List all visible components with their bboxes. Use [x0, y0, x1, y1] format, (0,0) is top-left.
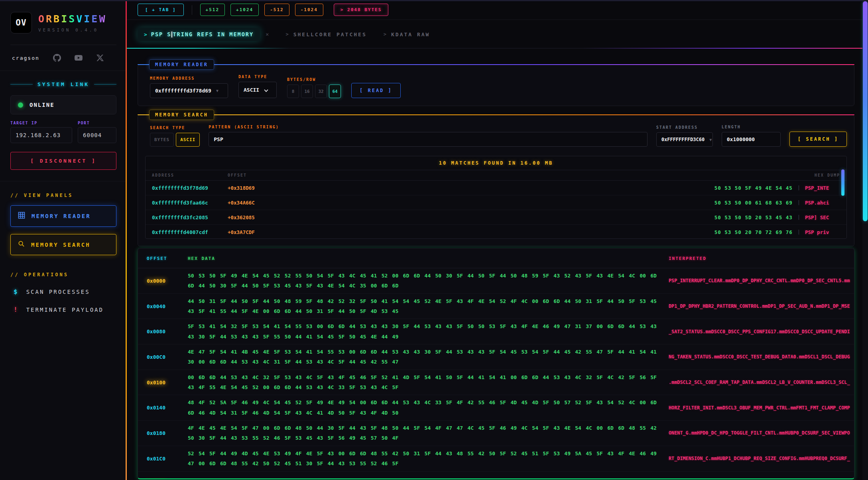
tab-label: SHELLCORE PATCHES: [293, 31, 367, 37]
operation-label: TERMINATE PAYLOAD: [26, 307, 104, 313]
tab-kdata-raw[interactable]: > KDATA RAW: [384, 31, 430, 37]
search-accent-line: [138, 114, 854, 115]
result-ascii: PSP.ahci: [805, 200, 840, 206]
sidebar-item-memory-search[interactable]: MEMORY SEARCH: [10, 234, 116, 255]
app-name: ORBISVIEW: [38, 13, 106, 25]
toolbar-divider: [192, 5, 192, 15]
hex-row-offset[interactable]: 0x0000: [138, 278, 188, 284]
toolbar: [ + TAB ] +512 +1024 -512 -1024 > 2048 B…: [127, 0, 862, 20]
grid-icon: [18, 212, 25, 220]
hex-row-offset[interactable]: 0x0040: [138, 303, 188, 309]
search-result-row[interactable]: 0xffffffffd3faa66c+0x34A66C50 53 50 00 6…: [146, 195, 846, 210]
memory-address-combo[interactable]: 0xffffffffd3f78d69 ▼: [150, 83, 228, 98]
bytes-per-row-option-32[interactable]: 32: [315, 85, 327, 98]
tab-title[interactable]: PSP STRING REFS IN MEMORY: [151, 31, 254, 38]
close-tab-icon[interactable]: ×: [266, 31, 269, 37]
hex-row-offset[interactable]: 0x0080: [138, 329, 188, 334]
hex-row: 0x00C04E 47 5F 54 41 4B 45 4E 5F 53 54 4…: [138, 344, 854, 370]
search-icon: [18, 240, 25, 249]
result-offset: +0x362085: [228, 214, 276, 220]
tab-prefix: >: [285, 31, 288, 37]
target-ip-field[interactable]: [10, 127, 72, 143]
memory-address-label: MEMORY ADDRESS: [150, 76, 228, 81]
sidebar-item-label: MEMORY SEARCH: [31, 242, 91, 248]
add-tab-button[interactable]: [ + TAB ]: [138, 4, 184, 16]
hex-row-offset[interactable]: 0x0180: [138, 430, 188, 436]
address-column-header: ADDRESS: [152, 173, 228, 177]
bytes-per-row-option-8[interactable]: 8: [287, 85, 299, 98]
hex-row-interpreted: NG_TAKEN_STATUS.mmDSCC0_DSCC_TEST_DEBUG_…: [662, 354, 854, 360]
target-ip-label: TARGET IP: [10, 121, 72, 125]
tab-shellcore-patches[interactable]: > SHELLCORE PATCHES: [285, 31, 366, 37]
bytes-count-badge[interactable]: > 2048 BYTES: [334, 4, 388, 16]
github-icon[interactable]: [53, 54, 61, 62]
search-results-box: 10 MATCHES FOUND IN 16.00 MB ADDRESS OFF…: [145, 156, 847, 239]
page-scrollbar[interactable]: [862, 0, 868, 480]
offset-column-header: OFFSET: [138, 256, 188, 261]
tab-prefix: >: [384, 31, 386, 37]
port-label: PORT: [78, 121, 116, 125]
result-address: 0xffffffffd3f78d69: [152, 185, 228, 191]
bytes-per-row-group: 8163264: [287, 85, 341, 98]
hex-row-offset[interactable]: 0x00C0: [138, 354, 188, 360]
result-hex-bytes: 50 53 50 5D 20 53 45 43: [714, 214, 793, 220]
minus-512-button[interactable]: -512: [264, 4, 289, 16]
app-version: VERSION 0.4.0: [38, 28, 106, 33]
results-summary: 10 MATCHES FOUND IN 16.00 MB: [146, 156, 846, 170]
sidebar-item-memory-reader[interactable]: MEMORY READER: [10, 205, 116, 227]
minus-1024-button[interactable]: -1024: [295, 4, 323, 16]
hex-row-offset[interactable]: 0x01C0: [138, 456, 188, 462]
results-scrollbar-thumb[interactable]: [841, 169, 844, 196]
search-button[interactable]: [ SEARCH ]: [789, 132, 847, 147]
pattern-input[interactable]: [209, 132, 648, 147]
search-type-group: BYTESASCII: [150, 133, 200, 147]
result-hex-bytes: 50 53 50 20 70 72 69 76: [714, 229, 793, 235]
port-field[interactable]: [78, 127, 116, 143]
search-result-row[interactable]: 0xffffffffd3fc2085+0x36208550 53 50 5D 2…: [146, 210, 846, 225]
plus-512-button[interactable]: +512: [200, 4, 225, 16]
start-address-combo[interactable]: 0xFFFFFFFFD3C60 ▼: [656, 132, 713, 147]
scan-processes-button[interactable]: $ SCAN PROCESSES: [14, 288, 116, 295]
sidebar: OV ORBISVIEW VERSION 0.4.0 cragson SYSTE…: [0, 0, 127, 480]
results-list: 0xffffffffd3f78d69+0x318D6950 53 50 5F 4…: [146, 181, 846, 239]
length-input[interactable]: [722, 132, 781, 147]
hex-row-offset[interactable]: 0x0140: [138, 405, 188, 411]
search-type-option-bytes[interactable]: BYTES: [150, 133, 174, 147]
sidebar-accent-edge: [126, 0, 127, 480]
memory-reader-panel: MEMORY READER MEMORY ADDRESS 0xffffffffd…: [138, 65, 854, 106]
search-type-option-ascii[interactable]: ASCII: [176, 133, 200, 147]
x-icon[interactable]: [96, 54, 104, 62]
bytes-per-row-option-64[interactable]: 64: [329, 85, 341, 98]
result-address: 0xffffffffd3fc2085: [152, 214, 228, 220]
bytes-per-row-option-16[interactable]: 16: [301, 85, 313, 98]
result-hex-bytes: 50 53 50 5F 49 4E 54 45: [714, 185, 793, 191]
bytes-per-row-label: BYTES/ROW: [287, 77, 341, 82]
disconnect-button[interactable]: [ DISCONNECT ]: [10, 152, 116, 170]
terminate-payload-button[interactable]: ! TERMINATE PAYLOAD: [14, 306, 116, 313]
youtube-icon[interactable]: [75, 54, 83, 62]
hexdump-column-header: HEX DUMP: [815, 173, 840, 177]
column-divider: |: [797, 229, 800, 235]
search-result-row[interactable]: 0xffffffffd4007cdf+0x3A7CDF50 53 50 20 7…: [146, 225, 846, 239]
hex-rows: 0x000050 53 50 5F 49 4E 54 45 52 52 55 5…: [138, 268, 854, 479]
hex-row: 0x020050 52 49 4D 41 52 59 5F 4D 45 54 4…: [138, 472, 854, 480]
tab-bar: > PSP STRING REFS IN MEMORY × > SHELLCOR…: [127, 20, 862, 49]
plus-1024-button[interactable]: +1024: [230, 4, 259, 16]
result-ascii: PSP priv: [805, 229, 840, 235]
tab-prefix: >: [144, 31, 147, 37]
operations-title: // OPERATIONS: [10, 272, 116, 277]
read-button[interactable]: [ READ ]: [351, 83, 401, 98]
column-divider: |: [797, 214, 800, 220]
hex-row-bytes: 00 6D 6D 44 53 43 4C 32 5F 53 43 4C 5F 4…: [188, 370, 662, 395]
chevron-down-icon: [264, 86, 268, 94]
tab-label: KDATA RAW: [391, 31, 430, 37]
hex-row-offset[interactable]: 0x0100: [138, 380, 188, 386]
data-type-value: ASCII: [244, 87, 259, 93]
data-type-select[interactable]: ASCII: [238, 82, 277, 98]
page-scrollbar-thumb[interactable]: [863, 1, 868, 221]
hex-viewer-panel: OFFSET HEX DATA INTERPRETED 0x000050 53 …: [138, 248, 854, 479]
tab-active[interactable]: > PSP STRING REFS IN MEMORY: [138, 28, 260, 41]
search-result-row[interactable]: 0xffffffffd3f78d69+0x318D6950 53 50 5F 4…: [146, 181, 846, 195]
results-column-headers: ADDRESS OFFSET HEX DUMP: [146, 170, 846, 181]
hex-row-bytes: 50 52 49 4D 41 52 59 5F 4D 45 54 41 5F 5…: [188, 476, 662, 479]
